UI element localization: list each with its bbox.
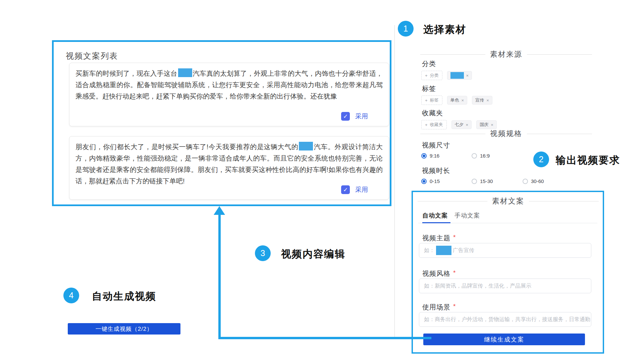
- adopt-row-2: ✓ 采用: [341, 185, 368, 194]
- plus-icon: +: [425, 122, 428, 127]
- step-4-number: 4: [69, 291, 74, 300]
- material-copy-panel: 素材文案 自动文案 手动文案 视频主题* 如：广告宣传 视频风格* 如：新闻资讯…: [412, 191, 604, 354]
- copy-card-1-text-before: 买新车的时候到了，现在入手这台: [75, 70, 177, 77]
- redaction-block: [450, 72, 464, 79]
- copy-card-2: 朋友们，你们都长大了，是时候买一辆车了!今天我要推荐的是这辆大气的汽车。外观设计…: [69, 136, 389, 200]
- tag-chip[interactable]: 宣传×: [472, 96, 492, 105]
- video-duration-label: 视频时长: [422, 166, 450, 175]
- radio-dot-selected: [421, 179, 427, 184]
- step-2-label: 输出视频要求: [556, 154, 620, 167]
- add-tag-button[interactable]: +标签: [421, 96, 442, 105]
- tag-chip[interactable]: 单色×: [447, 96, 468, 105]
- radio-size-16-9[interactable]: 16:9: [472, 153, 490, 159]
- step-3-number: 3: [261, 248, 265, 258]
- copy-card-2-text: 朋友们，你们都长大了，是时候买一辆车了!今天我要推荐的是这辆大气的汽车。外观设计…: [69, 136, 389, 187]
- tags-label: 标签: [422, 84, 436, 93]
- divider-line: [527, 134, 592, 134]
- tag-close-icon[interactable]: ×: [466, 122, 469, 127]
- check-icon: ✓: [343, 113, 348, 120]
- continue-generate-copy-button[interactable]: 继续生成文案: [423, 334, 585, 345]
- favorites-tag-row: +收藏夹 七夕× 国庆×: [421, 120, 497, 129]
- radio-dot-selected: [421, 153, 427, 159]
- category-label: 分类: [422, 59, 436, 68]
- step-1-badge: 1: [398, 21, 414, 37]
- usage-scene-label: 使用场景*: [422, 303, 456, 312]
- copy-card-1: 买新车的时候到了，现在入手这台汽车真的太划算了，外观上非常的大气，内饰也十分豪华…: [69, 63, 389, 126]
- active-tab-indicator: [422, 222, 450, 223]
- step-4-badge: 4: [63, 288, 79, 303]
- add-favorite-button[interactable]: +收藏夹: [421, 120, 447, 129]
- tag-close-icon[interactable]: ×: [466, 73, 469, 78]
- flow-arrow-head: [214, 206, 225, 215]
- video-copy-list-panel: 视频文案列表 买新车的时候到了，现在入手这台汽车真的太划算了，外观上非常的大气，…: [52, 40, 391, 206]
- step-1-label: 选择素材: [423, 23, 466, 37]
- radio-size-9-16[interactable]: 9:16: [421, 153, 439, 159]
- required-asterisk: *: [453, 269, 456, 278]
- video-topic-input[interactable]: 如：广告宣传: [419, 243, 591, 258]
- category-tag-row: +分类 ×: [421, 71, 472, 80]
- plus-icon: +: [425, 73, 428, 78]
- section-heading-video-spec: 视频规格: [420, 129, 592, 139]
- step-2-number: 2: [539, 155, 544, 164]
- adopt-label-1[interactable]: 采用: [355, 112, 368, 121]
- redaction-block: [178, 68, 192, 77]
- redaction-block: [299, 142, 313, 150]
- video-style-input[interactable]: 如：新闻资讯，品牌宣传，生活化，产品展示: [419, 279, 591, 293]
- divider-line: [420, 134, 485, 134]
- radio-dot: [472, 179, 477, 184]
- section-heading-material-source: 素材来源: [420, 49, 592, 59]
- divider-line: [418, 201, 487, 201]
- section-heading-material-copy: 素材文案: [418, 196, 599, 206]
- adopt-checkbox-1[interactable]: ✓: [341, 112, 350, 121]
- tag-close-icon[interactable]: ×: [486, 98, 489, 103]
- tag-close-icon[interactable]: ×: [462, 98, 464, 103]
- adopt-label-2[interactable]: 采用: [355, 185, 368, 194]
- tags-tag-row: +标签 单色× 宣传×: [421, 96, 492, 105]
- add-category-button[interactable]: +分类: [421, 71, 442, 80]
- radio-dot: [523, 179, 528, 184]
- copy-card-1-text: 买新车的时候到了，现在入手这台汽车真的太划算了，外观上非常的大气，内饰也十分豪华…: [69, 63, 389, 102]
- flow-arrow-shaft: [218, 214, 221, 339]
- required-asterisk: *: [453, 234, 456, 243]
- video-topic-label: 视频主题*: [422, 234, 456, 243]
- tab-auto-copy[interactable]: 自动文案: [422, 212, 448, 220]
- flow-arrow-horizontal-line: [219, 337, 431, 339]
- radio-duration-30-60[interactable]: 30-60: [523, 178, 544, 184]
- radio-dot: [472, 153, 477, 159]
- plus-icon: +: [425, 98, 428, 103]
- step-1-number: 1: [404, 24, 408, 34]
- favorites-label: 收藏夹: [422, 109, 443, 118]
- divider-line: [527, 54, 592, 55]
- one-click-generate-video-button[interactable]: 一键生成视频（2/2）: [68, 323, 180, 335]
- category-tag-redacted[interactable]: ×: [447, 71, 472, 80]
- divider-line: [420, 54, 485, 55]
- usage-scene-input[interactable]: 如：商务出行，户外活动，货物运输，共享出行，接送服务，日常通勤: [419, 312, 591, 327]
- copy-list-title: 视频文案列表: [66, 51, 118, 61]
- video-style-label: 视频风格*: [422, 269, 456, 278]
- tag-close-icon[interactable]: ×: [491, 122, 493, 127]
- step-2-badge: 2: [533, 152, 549, 167]
- favorite-chip[interactable]: 国庆×: [476, 120, 497, 129]
- step-3-label: 视频内容编辑: [281, 247, 345, 261]
- copy-card-2-text-before: 朋友们，你们都长大了，是时候买一辆车了!今天我要推荐的是这辆大气的: [75, 143, 298, 150]
- adopt-checkbox-2[interactable]: ✓: [341, 185, 350, 194]
- tab-manual-copy[interactable]: 手动文案: [454, 212, 480, 220]
- radio-duration-15-30[interactable]: 15-30: [472, 178, 493, 184]
- radio-duration-0-15[interactable]: 0-15: [421, 178, 440, 184]
- panel-divider: [394, 25, 395, 339]
- video-size-label: 视频尺寸: [422, 141, 450, 150]
- adopt-row-1: ✓ 采用: [341, 112, 368, 121]
- check-icon: ✓: [343, 186, 348, 193]
- redaction-block: [436, 246, 451, 255]
- step-3-badge: 3: [255, 245, 271, 261]
- required-asterisk: *: [453, 303, 456, 312]
- divider-line: [529, 201, 599, 201]
- step-4-label: 自动生成视频: [92, 290, 156, 303]
- favorite-chip[interactable]: 七夕×: [451, 120, 472, 129]
